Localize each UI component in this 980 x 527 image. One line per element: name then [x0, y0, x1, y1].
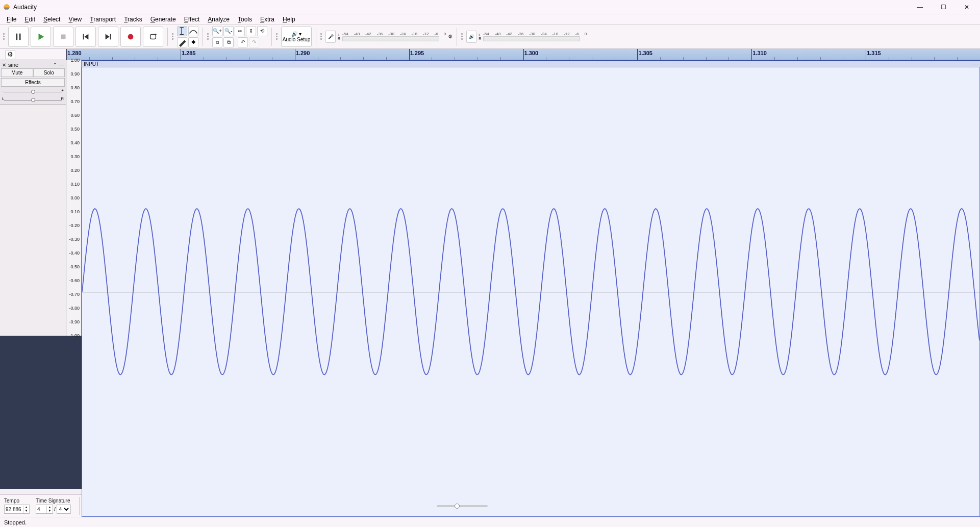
- toolbar-grip[interactable]: [207, 28, 209, 46]
- timesig-num-spinbox[interactable]: ▲▼: [36, 505, 53, 514]
- track-menu-button[interactable]: ⋯: [58, 62, 64, 68]
- stop-button[interactable]: [53, 27, 73, 47]
- svg-point-0: [4, 4, 10, 10]
- menu-select[interactable]: Select: [40, 15, 64, 24]
- vruler-label: -0.10: [69, 209, 80, 214]
- timeline-ruler[interactable]: 1.2801.2851.2901.2951.3001.3051.3101.315…: [66, 49, 980, 60]
- timesig-label: Time Signature: [36, 498, 71, 504]
- clip-menu-button[interactable]: ⋯: [973, 61, 978, 67]
- trim-button[interactable]: ⧈: [212, 37, 222, 47]
- amplitude-ruler[interactable]: 1.000.900.800.700.600.500.400.300.200.10…: [66, 60, 82, 336]
- record-button[interactable]: [120, 27, 141, 47]
- timeline-tick-label: 1.300: [524, 50, 539, 56]
- meter-lr-label: L R: [479, 33, 481, 40]
- pause-button[interactable]: [8, 27, 29, 47]
- vruler-label: 0.50: [70, 127, 80, 132]
- pan-slider[interactable]: L R: [1, 97, 65, 103]
- fit-selection-button[interactable]: ⇔: [235, 26, 245, 36]
- timeline-settings-area: ⚙: [0, 49, 66, 60]
- multi-tool-button[interactable]: ✱: [188, 37, 198, 47]
- clip-header[interactable]: INPUT ⋯: [82, 60, 980, 67]
- timesig-num-input[interactable]: [36, 507, 46, 512]
- meter-scale: -54-48-42-36-30-24-18-12-60: [342, 32, 446, 36]
- zero-line: [82, 292, 979, 292]
- timeline-settings-button[interactable]: ⚙: [5, 50, 15, 59]
- vruler-label: -1.00: [69, 333, 80, 338]
- mic-icon: 🎤: [325, 31, 336, 43]
- timesig-field: Time Signature ▲▼ / 4: [36, 498, 71, 514]
- recording-meter[interactable]: 🎤 L R -54-48-42-36-30-24-18-12-60 ⚙: [325, 31, 453, 43]
- tempo-input[interactable]: [5, 507, 23, 512]
- timeline-tick-label: 1.285: [182, 50, 196, 56]
- zoom-out-button[interactable]: 🔍-: [223, 26, 234, 36]
- toolbar-grip[interactable]: [276, 28, 278, 46]
- loop-button[interactable]: [143, 27, 163, 47]
- toolbar-grip[interactable]: [461, 28, 463, 46]
- main-area: ✕ sine ⌃ ⋯ Mute Solo Effects - +: [0, 60, 980, 489]
- maximize-button[interactable]: ☐: [936, 2, 950, 12]
- menu-analyze[interactable]: Analyze: [204, 15, 233, 24]
- tempo-field: Tempo ▲▼: [4, 498, 30, 514]
- svg-rect-6: [83, 34, 84, 39]
- gain-slider[interactable]: - +: [1, 89, 65, 95]
- skip-start-button[interactable]: [76, 27, 96, 47]
- menu-extra[interactable]: Extra: [257, 15, 278, 24]
- menu-tracks[interactable]: Tracks: [120, 15, 146, 24]
- clip-name: INPUT: [84, 61, 99, 67]
- vruler-label: 0.40: [70, 140, 80, 145]
- timesig-den-select[interactable]: 4: [57, 505, 71, 514]
- solo-button[interactable]: Solo: [33, 68, 65, 77]
- menu-transport[interactable]: Transport: [86, 15, 119, 24]
- timeline-tick-label: 1.315: [867, 50, 881, 56]
- menu-file[interactable]: File: [3, 15, 20, 24]
- waveform-canvas[interactable]: [82, 67, 980, 517]
- svg-rect-2: [16, 33, 18, 40]
- menu-generate[interactable]: Generate: [147, 15, 180, 24]
- play-button[interactable]: [31, 27, 51, 47]
- silence-button[interactable]: ⧉: [223, 37, 234, 47]
- vruler-label: -0.80: [69, 306, 80, 311]
- toolbar-grip[interactable]: [320, 28, 322, 46]
- svg-marker-7: [84, 34, 88, 39]
- play-speed-slider[interactable]: [437, 505, 488, 507]
- menu-tools[interactable]: Tools: [234, 15, 256, 24]
- undo-button[interactable]: ↶: [238, 37, 248, 47]
- track-collapse-button[interactable]: ⌃: [53, 62, 57, 67]
- skip-end-button[interactable]: [98, 27, 118, 47]
- svg-rect-14: [180, 27, 184, 28]
- playback-meter[interactable]: 🔊 L R -54-48-42-36-30-24-18-12-60: [466, 31, 587, 43]
- vruler-label: 0.00: [70, 195, 80, 200]
- selection-tool-button[interactable]: [177, 26, 187, 36]
- vruler-label: -0.70: [69, 292, 80, 297]
- toolbar-grip[interactable]: [3, 28, 5, 46]
- vruler-label: 0.90: [70, 71, 80, 77]
- vruler-label: -0.40: [69, 250, 80, 256]
- rec-settings-icon[interactable]: ⚙: [448, 34, 453, 39]
- minimize-button[interactable]: —: [913, 2, 927, 12]
- menu-edit[interactable]: Edit: [21, 15, 39, 24]
- track-close-button[interactable]: ✕: [2, 62, 7, 67]
- audio-setup-button[interactable]: 🔊 ▾ Audio Setup: [281, 27, 312, 47]
- fit-project-button[interactable]: ⇕: [246, 26, 256, 36]
- menu-effect[interactable]: Effect: [181, 15, 203, 24]
- mute-button[interactable]: Mute: [1, 68, 33, 77]
- tempo-spinbox[interactable]: ▲▼: [4, 505, 30, 514]
- menu-help[interactable]: Help: [279, 15, 299, 24]
- zoom-in-button[interactable]: 🔍+: [212, 26, 222, 36]
- effects-button[interactable]: Effects: [1, 78, 65, 87]
- track-name[interactable]: sine: [8, 62, 18, 68]
- vruler-label: 0.80: [70, 85, 80, 90]
- close-button[interactable]: ✕: [960, 2, 974, 12]
- status-text: Stopped.: [4, 519, 27, 525]
- waveform-area: INPUT ⋯: [82, 60, 980, 336]
- redo-button[interactable]: ↷: [249, 37, 259, 47]
- app-title: Audacity: [13, 4, 37, 11]
- zoom-toggle-button[interactable]: ⟲: [257, 26, 267, 36]
- menu-view[interactable]: View: [65, 15, 85, 24]
- envelope-tool-button[interactable]: [188, 26, 198, 36]
- status-bar: Stopped.: [0, 517, 980, 527]
- timeline-tick-label: 1.310: [752, 50, 767, 56]
- draw-tool-button[interactable]: [177, 37, 187, 47]
- svg-point-10: [128, 34, 134, 39]
- toolbar-grip[interactable]: [172, 28, 174, 46]
